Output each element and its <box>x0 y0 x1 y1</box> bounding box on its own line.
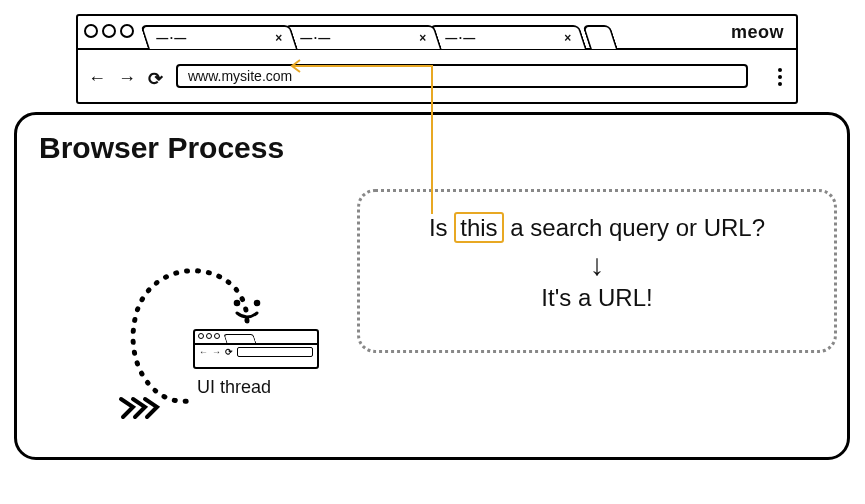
forward-icon[interactable]: → <box>118 68 136 90</box>
new-tab-button[interactable] <box>582 25 618 49</box>
browser-process-box: Browser Process ← <box>14 112 850 460</box>
tab-label: — · — <box>300 31 329 45</box>
meow-label: meow <box>731 22 784 43</box>
tab-label: — · — <box>445 31 474 45</box>
svg-point-1 <box>255 301 259 305</box>
mini-reload-icon: ⟳ <box>225 347 233 357</box>
svg-point-0 <box>235 301 239 305</box>
reload-icon[interactable]: ⟳ <box>148 68 163 90</box>
window-controls-icon <box>84 24 134 38</box>
menu-icon[interactable] <box>778 68 782 86</box>
browser-tab[interactable]: — · — × <box>429 25 587 49</box>
mini-back-icon: ← <box>199 347 208 357</box>
back-icon[interactable]: ← <box>88 68 106 90</box>
thought-answer: It's a URL! <box>360 284 834 312</box>
process-title: Browser Process <box>39 131 284 165</box>
ui-thread-figure: ← → ⟳ UI thread <box>97 221 357 411</box>
browser-window-sketch: — · — × — · — × — · — × meow ← → ⟳ www.m… <box>76 14 798 104</box>
tab-strip: — · — × — · — × — · — × meow <box>78 16 796 50</box>
ui-thread-label: UI thread <box>197 377 271 398</box>
tab-close-icon[interactable]: × <box>419 31 426 45</box>
mini-address-bar <box>237 347 313 357</box>
thought-question-suffix: a search query or URL? <box>504 214 765 241</box>
tab-label: — · — <box>156 31 185 45</box>
highlighted-word: this <box>454 212 503 243</box>
browser-tab[interactable]: — · — × <box>140 25 298 49</box>
thought-question-prefix: Is <box>429 214 454 241</box>
thought-question: Is this a search query or URL? <box>429 212 765 243</box>
address-bar-value: www.mysite.com <box>188 68 292 84</box>
arrow-down-icon: ↓ <box>360 248 834 282</box>
browser-tab[interactable]: — · — × <box>284 25 442 49</box>
tab-close-icon[interactable]: × <box>564 31 571 45</box>
thought-bubble: Is this a search query or URL? ↓ It's a … <box>357 189 837 353</box>
tab-close-icon[interactable]: × <box>275 31 282 45</box>
mini-forward-icon: → <box>212 347 221 357</box>
address-bar[interactable]: www.mysite.com <box>176 64 748 88</box>
browser-toolbar: ← → ⟳ www.mysite.com <box>78 50 796 102</box>
mini-browser-icon: ← → ⟳ <box>193 329 319 369</box>
